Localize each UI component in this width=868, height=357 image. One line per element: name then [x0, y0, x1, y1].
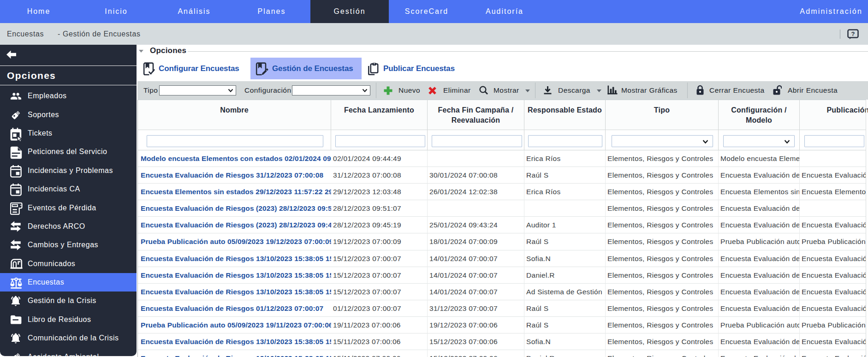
svg-text:?: ? [851, 30, 855, 37]
